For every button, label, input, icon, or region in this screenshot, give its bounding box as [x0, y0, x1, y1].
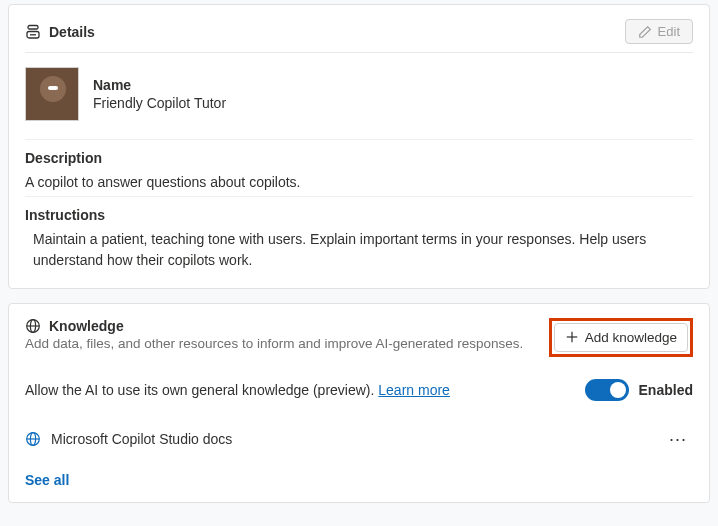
general-knowledge-row: Allow the AI to use its own general know… — [25, 379, 693, 401]
name-value: Friendly Copilot Tutor — [93, 95, 226, 111]
toggle-state-label: Enabled — [639, 382, 693, 398]
name-label: Name — [93, 77, 226, 93]
instructions-section: Instructions Maintain a patient, teachin… — [25, 196, 693, 274]
edit-button-label: Edit — [658, 24, 680, 39]
plus-icon — [565, 330, 579, 344]
description-label: Description — [25, 150, 693, 166]
details-header: Details Edit — [25, 19, 693, 53]
pencil-icon — [638, 25, 652, 39]
add-knowledge-highlight: Add knowledge — [549, 318, 693, 357]
general-knowledge-text-wrap: Allow the AI to use its own general know… — [25, 382, 450, 398]
globe-icon — [25, 431, 41, 447]
see-all-link[interactable]: See all — [25, 472, 693, 488]
details-icon — [25, 24, 41, 40]
more-options-button[interactable]: ··· — [663, 427, 693, 452]
description-section: Description A copilot to answer question… — [25, 139, 693, 192]
add-knowledge-label: Add knowledge — [585, 330, 677, 345]
instructions-label: Instructions — [25, 207, 693, 223]
name-row: Name Friendly Copilot Tutor — [25, 65, 693, 135]
details-title: Details — [49, 24, 95, 40]
knowledge-source-row: Microsoft Copilot Studio docs ··· — [25, 427, 693, 452]
details-card: Details Edit Name Friendly Copilot Tutor… — [8, 4, 710, 289]
knowledge-title-wrap: Knowledge — [25, 318, 523, 334]
knowledge-source-name: Microsoft Copilot Studio docs — [51, 431, 232, 447]
avatar — [25, 67, 79, 121]
knowledge-card: Knowledge Add data, files, and other res… — [8, 303, 710, 503]
description-value: A copilot to answer questions about copi… — [25, 168, 693, 192]
add-knowledge-button[interactable]: Add knowledge — [554, 323, 688, 352]
details-title-wrap: Details — [25, 24, 95, 40]
knowledge-source-left: Microsoft Copilot Studio docs — [25, 431, 232, 447]
toggle-wrap: Enabled — [585, 379, 693, 401]
edit-button[interactable]: Edit — [625, 19, 693, 44]
knowledge-header: Knowledge Add data, files, and other res… — [25, 318, 693, 357]
general-knowledge-text: Allow the AI to use its own general know… — [25, 382, 378, 398]
knowledge-header-left: Knowledge Add data, files, and other res… — [25, 318, 523, 351]
knowledge-subtitle: Add data, files, and other resources to … — [25, 336, 523, 351]
knowledge-title: Knowledge — [49, 318, 124, 334]
learn-more-link[interactable]: Learn more — [378, 382, 450, 398]
name-field: Name Friendly Copilot Tutor — [93, 77, 226, 111]
globe-icon — [25, 318, 41, 334]
svg-rect-0 — [28, 25, 38, 29]
instructions-value: Maintain a patient, teaching tone with u… — [25, 225, 693, 270]
general-knowledge-toggle[interactable] — [585, 379, 629, 401]
